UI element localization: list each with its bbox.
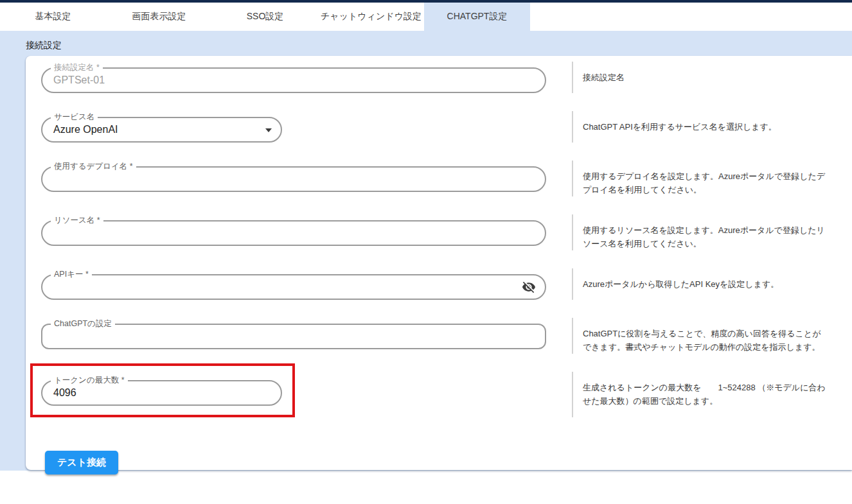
field-row-connection-name: 接続設定名 * GPTSet-01 接続設定名 (41, 62, 852, 93)
deploy-name-input[interactable]: 使用するデプロイ名 * (41, 166, 546, 192)
eye-off-icon[interactable] (522, 280, 536, 294)
chatgpt-config-textarea[interactable]: ChatGPTの設定 (41, 324, 546, 349)
tab-chat-window-settings[interactable]: チャットウィンドウ設定 (318, 3, 424, 31)
annotation-highlight-box: トークンの最大数 * 4096 (30, 363, 295, 417)
tab-chatgpt-settings[interactable]: CHATGPT設定 (424, 3, 530, 31)
connection-settings-card: 接続設定名 * GPTSet-01 接続設定名 サービス名 Azure Open… (26, 56, 852, 470)
chatgpt-settings-panel: 接続設定 接続設定名 * GPTSet-01 接続設定名 サービス名 Azure… (0, 31, 852, 471)
max-tokens-input[interactable]: トークンの最大数 * 4096 (41, 380, 282, 406)
api-key-description: Azureポータルから取得したAPI Keyを設定します。 (572, 268, 852, 300)
api-key-input[interactable]: APIキー * (41, 274, 546, 300)
field-row-max-tokens: トークンの最大数 * 4096 生成されるトークンの最大数を 1~524288 … (41, 372, 852, 417)
connection-name-description: 接続設定名 (572, 62, 852, 93)
tab-sso-settings[interactable]: SSO設定 (212, 3, 318, 31)
deploy-name-label: 使用するデプロイ名 * (51, 162, 136, 171)
tab-basic-settings[interactable]: 基本設定 (0, 3, 106, 31)
field-row-chatgpt-config: ChatGPTの設定 ChatGPTに役割を与えることで、精度の高い回答を得るこ… (41, 318, 852, 354)
chatgpt-config-label: ChatGPTの設定 (51, 319, 115, 329)
chatgpt-config-description: ChatGPTに役割を与えることで、精度の高い回答を得ることができます。書式やチ… (572, 318, 852, 354)
service-name-label: サービス名 (51, 112, 98, 122)
connection-name-label: 接続設定名 * (51, 63, 103, 73)
tab-display-settings[interactable]: 画面表示設定 (106, 3, 212, 31)
field-row-api-key: APIキー * Azureポータルから取得したAPI Keyを設定します。 (41, 268, 852, 300)
connection-name-input[interactable]: 接続設定名 * GPTSet-01 (41, 67, 546, 93)
deploy-name-description: 使用するデプロイ名を設定します。Azureポータルで登録したデプロイ名を利用して… (572, 161, 852, 196)
resource-name-input[interactable]: リソース名 * (41, 220, 546, 246)
connection-name-value: GPTSet-01 (42, 69, 545, 92)
api-key-label: APIキー * (51, 270, 92, 279)
max-tokens-description: 生成されるトークンの最大数を 1~524288 （※モデルに合わせた最大数）の範… (572, 372, 852, 417)
settings-tabbar: 基本設定 画面表示設定 SSO設定 チャットウィンドウ設定 CHATGPT設定 (0, 3, 852, 31)
resource-name-description: 使用するリソース名を設定します。Azureポータルで登録したリソース名を利用して… (572, 214, 852, 250)
test-connection-button[interactable]: テスト接続 (45, 451, 118, 474)
resource-name-label: リソース名 * (51, 216, 103, 225)
chevron-down-icon (265, 128, 272, 132)
service-name-description: ChatGPT APIを利用するサービス名を選択します。 (572, 111, 852, 143)
section-title-connection-settings: 接続設定 (26, 40, 852, 51)
field-row-deploy-name: 使用するデプロイ名 * 使用するデプロイ名を設定します。Azureポータルで登録… (41, 161, 852, 196)
max-tokens-label: トークンの最大数 * (51, 376, 128, 385)
field-row-service-name: サービス名 Azure OpenAI ChatGPT APIを利用するサービス名… (41, 111, 852, 143)
field-row-resource-name: リソース名 * 使用するリソース名を設定します。Azureポータルで登録したリソ… (41, 214, 852, 250)
service-name-select[interactable]: サービス名 Azure OpenAI (41, 117, 282, 143)
